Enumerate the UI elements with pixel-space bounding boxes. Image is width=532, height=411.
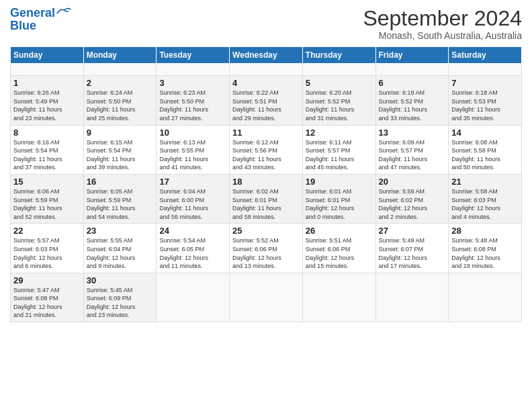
col-sunday: Sunday (11, 47, 84, 64)
col-thursday: Thursday (302, 47, 375, 64)
calendar-row: 15Sunrise: 6:06 AM Sunset: 5:59 PM Dayli… (11, 174, 522, 223)
day-info: Sunrise: 5:51 AM Sunset: 6:06 PM Dayligh… (306, 236, 373, 270)
table-row: 10Sunrise: 6:13 AM Sunset: 5:55 PM Dayli… (157, 125, 230, 174)
table-row: 21Sunrise: 5:58 AM Sunset: 6:03 PM Dayli… (449, 174, 522, 223)
day-info: Sunrise: 6:02 AM Sunset: 6:01 PM Dayligh… (232, 187, 300, 221)
table-row: 29Sunrise: 5:47 AM Sunset: 6:08 PM Dayli… (11, 273, 84, 322)
calendar: Sunday Monday Tuesday Wednesday Thursday… (10, 46, 522, 322)
day-number: 30 (87, 275, 154, 285)
day-info: Sunrise: 6:16 AM Sunset: 5:54 PM Dayligh… (13, 138, 81, 172)
table-row: 16Sunrise: 6:05 AM Sunset: 5:59 PM Dayli… (83, 174, 157, 223)
day-number: 7 (451, 78, 519, 88)
table-row: 23Sunrise: 5:55 AM Sunset: 6:04 PM Dayli… (83, 224, 157, 273)
day-number: 3 (159, 78, 226, 88)
logo: General Blue (10, 7, 71, 33)
header: General Blue September 2024 Monash, Sout… (10, 7, 522, 41)
day-number: 9 (87, 128, 154, 138)
logo-general: General (10, 6, 55, 19)
col-wednesday: Wednesday (230, 47, 303, 64)
day-info: Sunrise: 5:47 AM Sunset: 6:08 PM Dayligh… (13, 286, 81, 320)
table-row: 27Sunrise: 5:49 AM Sunset: 6:07 PM Dayli… (375, 224, 449, 273)
table-row: 8Sunrise: 6:16 AM Sunset: 5:54 PM Daylig… (11, 125, 84, 174)
day-info: Sunrise: 6:09 AM Sunset: 5:57 PM Dayligh… (379, 138, 446, 172)
day-info: Sunrise: 6:13 AM Sunset: 5:55 PM Dayligh… (159, 138, 226, 172)
table-row (302, 273, 375, 322)
day-info: Sunrise: 5:49 AM Sunset: 6:07 PM Dayligh… (379, 236, 446, 270)
day-info: Sunrise: 6:15 AM Sunset: 5:54 PM Dayligh… (87, 138, 154, 172)
day-info: Sunrise: 5:54 AM Sunset: 6:05 PM Dayligh… (159, 236, 226, 270)
day-number: 6 (379, 78, 446, 88)
day-number: 23 (87, 226, 154, 236)
table-row: 1Sunrise: 6:26 AM Sunset: 5:49 PM Daylig… (11, 76, 84, 125)
table-row: 14Sunrise: 6:08 AM Sunset: 5:58 PM Dayli… (449, 125, 522, 174)
day-info: Sunrise: 6:23 AM Sunset: 5:50 PM Dayligh… (159, 89, 226, 122)
calendar-row: 22Sunrise: 5:57 AM Sunset: 6:03 PM Dayli… (11, 224, 522, 273)
calendar-row: 8Sunrise: 6:16 AM Sunset: 5:54 PM Daylig… (11, 125, 522, 174)
calendar-row (11, 64, 522, 76)
day-number: 27 (379, 226, 446, 236)
day-info: Sunrise: 6:19 AM Sunset: 5:52 PM Dayligh… (379, 89, 446, 122)
table-row: 4Sunrise: 6:22 AM Sunset: 5:51 PM Daylig… (230, 76, 303, 125)
day-info: Sunrise: 5:55 AM Sunset: 6:04 PM Dayligh… (87, 236, 154, 270)
table-row (83, 64, 157, 76)
calendar-row: 29Sunrise: 5:47 AM Sunset: 6:08 PM Dayli… (11, 273, 522, 322)
day-info: Sunrise: 6:24 AM Sunset: 5:50 PM Dayligh… (87, 89, 154, 122)
table-row (230, 64, 303, 76)
day-number: 26 (306, 226, 373, 236)
day-number: 22 (13, 226, 81, 236)
day-number: 8 (13, 128, 81, 138)
day-number: 4 (232, 78, 300, 88)
col-friday: Friday (375, 47, 449, 64)
day-info: Sunrise: 5:57 AM Sunset: 6:03 PM Dayligh… (13, 236, 81, 270)
table-row: 12Sunrise: 6:11 AM Sunset: 5:57 PM Dayli… (302, 125, 375, 174)
day-number: 28 (451, 226, 519, 236)
table-row: 20Sunrise: 5:59 AM Sunset: 6:02 PM Dayli… (375, 174, 449, 223)
table-row: 30Sunrise: 5:45 AM Sunset: 6:09 PM Dayli… (83, 273, 157, 322)
logo-bird-icon (56, 6, 71, 15)
day-info: Sunrise: 5:45 AM Sunset: 6:09 PM Dayligh… (87, 286, 154, 320)
day-number: 15 (13, 177, 81, 187)
day-number: 11 (232, 128, 300, 138)
day-number: 14 (451, 128, 519, 138)
day-number: 13 (379, 128, 446, 138)
table-row: 28Sunrise: 5:48 AM Sunset: 6:08 PM Dayli… (449, 224, 522, 273)
table-row: 26Sunrise: 5:51 AM Sunset: 6:06 PM Dayli… (302, 224, 375, 273)
page: General Blue September 2024 Monash, Sout… (0, 0, 532, 411)
col-tuesday: Tuesday (157, 47, 230, 64)
day-number: 25 (232, 226, 300, 236)
table-row: 9Sunrise: 6:15 AM Sunset: 5:54 PM Daylig… (83, 125, 157, 174)
title-block: September 2024 Monash, South Australia, … (363, 7, 522, 41)
day-number: 20 (379, 177, 446, 187)
day-number: 21 (451, 177, 519, 187)
day-number: 10 (159, 128, 226, 138)
table-row: 25Sunrise: 5:52 AM Sunset: 6:06 PM Dayli… (230, 224, 303, 273)
table-row (157, 64, 230, 76)
day-info: Sunrise: 5:58 AM Sunset: 6:03 PM Dayligh… (451, 187, 519, 221)
table-row (230, 273, 303, 322)
table-row (375, 64, 449, 76)
day-number: 19 (306, 177, 373, 187)
location-subtitle: Monash, South Australia, Australia (363, 30, 522, 41)
table-row: 3Sunrise: 6:23 AM Sunset: 5:50 PM Daylig… (157, 76, 230, 125)
day-info: Sunrise: 6:26 AM Sunset: 5:49 PM Dayligh… (13, 89, 81, 122)
table-row (11, 64, 84, 76)
day-number: 12 (306, 128, 373, 138)
table-row: 15Sunrise: 6:06 AM Sunset: 5:59 PM Dayli… (11, 174, 84, 223)
col-monday: Monday (83, 47, 157, 64)
table-row: 13Sunrise: 6:09 AM Sunset: 5:57 PM Dayli… (375, 125, 449, 174)
table-row (375, 273, 449, 322)
day-number: 17 (159, 177, 226, 187)
table-row: 2Sunrise: 6:24 AM Sunset: 5:50 PM Daylig… (83, 76, 157, 125)
day-number: 16 (87, 177, 154, 187)
day-info: Sunrise: 6:04 AM Sunset: 6:00 PM Dayligh… (159, 187, 226, 221)
table-row (449, 64, 522, 76)
table-row: 11Sunrise: 6:12 AM Sunset: 5:56 PM Dayli… (230, 125, 303, 174)
day-number: 24 (159, 226, 226, 236)
day-info: Sunrise: 6:01 AM Sunset: 6:01 PM Dayligh… (306, 187, 373, 221)
day-number: 29 (13, 275, 81, 285)
table-row (157, 273, 230, 322)
col-saturday: Saturday (449, 47, 522, 64)
day-info: Sunrise: 6:18 AM Sunset: 5:53 PM Dayligh… (451, 89, 519, 122)
logo-blue: Blue (10, 19, 36, 33)
month-title: September 2024 (363, 7, 522, 30)
